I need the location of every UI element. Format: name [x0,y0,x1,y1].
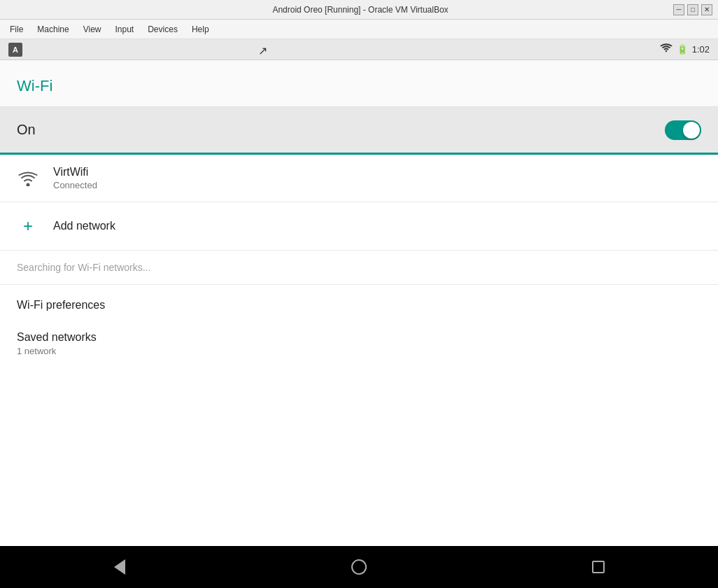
saved-networks-label: Saved networks [17,331,701,344]
menu-bar: File Machine View Input Devices Help [0,20,718,39]
wifi-preferences-item[interactable]: Wi-Fi preferences [0,285,718,317]
nav-recents-icon [592,561,605,573]
nav-back-button[interactable] [99,553,141,581]
window-title: Android Oreo [Running] - Oracle VM Virtu… [48,5,673,15]
nav-home-button[interactable] [338,553,380,581]
svg-point-0 [27,183,30,186]
maximize-button[interactable]: □ [687,4,698,15]
searching-text: Searching for Wi-Fi networks... [0,251,718,285]
app-icon: A [8,43,22,57]
network-list: VirtWifi Connected + Add network Searchi… [0,155,718,546]
saved-networks-count: 1 network [17,346,701,356]
wifi-toggle-switch[interactable] [665,120,701,140]
wifi-toggle-row[interactable]: On [0,107,718,155]
menu-view[interactable]: View [76,22,108,37]
android-status-bar: A ↗ 🔋 1:02 [0,39,718,60]
wifi-signal-icon [18,171,38,186]
menu-machine[interactable]: Machine [30,22,76,37]
battery-icon: 🔋 [677,44,688,55]
toggle-knob [683,122,700,139]
wifi-toggle-label: On [17,122,36,138]
status-bar-left: A [8,43,22,57]
wifi-page-title: Wi-Fi [17,77,701,95]
menu-input[interactable]: Input [108,22,141,37]
add-network-icon: + [17,215,39,237]
wifi-status-icon [660,43,673,56]
status-bar-right: 🔋 1:02 [660,43,710,56]
virtwifi-status: Connected [53,180,701,190]
android-content: Wi-Fi On Virt [0,60,718,546]
window-controls: ─ □ ✕ [673,4,712,15]
virtwifi-name: VirtWifi [53,166,701,178]
menu-help[interactable]: Help [185,22,216,37]
virtwifi-info: VirtWifi Connected [53,166,701,190]
wifi-header: Wi-Fi [0,60,718,107]
nav-back-icon [114,559,125,575]
menu-file[interactable]: File [3,22,30,37]
saved-networks-item[interactable]: Saved networks 1 network [0,317,718,362]
network-item-virtwifi[interactable]: VirtWifi Connected [0,155,718,202]
status-time: 1:02 [692,44,710,55]
nav-recents-button[interactable] [577,553,619,581]
vm-area: A ↗ 🔋 1:02 Wi-Fi [0,39,718,588]
mouse-cursor: ↗ [258,44,267,57]
minimize-button[interactable]: ─ [673,4,684,15]
close-button[interactable]: ✕ [701,4,712,15]
add-network-item[interactable]: + Add network [0,202,718,251]
add-network-label: Add network [53,220,115,232]
title-bar: Android Oreo [Running] - Oracle VM Virtu… [0,0,718,20]
menu-devices[interactable]: Devices [141,22,185,37]
virtwifi-icon-container [17,167,39,190]
nav-home-icon [351,559,367,575]
wifi-preferences-label: Wi-Fi preferences [17,299,701,312]
android-nav-bar [0,546,718,588]
